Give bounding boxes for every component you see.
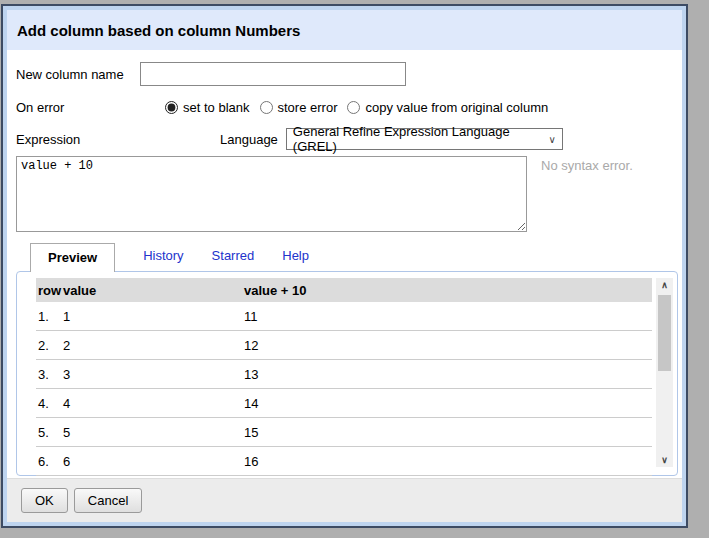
tab-history[interactable]: History — [143, 242, 183, 271]
scroll-down-icon[interactable]: ∨ — [656, 453, 673, 467]
scroll-up-icon[interactable]: ∧ — [656, 278, 673, 292]
table-cell: 6 — [61, 454, 242, 469]
table-cell: 13 — [242, 367, 652, 382]
table-cell: 1. — [36, 309, 61, 324]
language-select-value: General Refine Expression Language (GREL… — [293, 124, 541, 154]
table-cell: 2 — [61, 338, 242, 353]
on-error-radio[interactable] — [165, 101, 178, 114]
on-error-option-label: store error — [278, 100, 338, 115]
dialog-footer: OK Cancel — [7, 478, 682, 522]
table-cell: 4 — [61, 396, 242, 411]
dialog-body: New column name On error set to blanksto… — [7, 50, 682, 478]
table-row: 5.515 — [36, 418, 652, 447]
dialog-inner: Add column based on column Numbers New c… — [7, 10, 682, 522]
cancel-button[interactable]: Cancel — [74, 488, 142, 513]
table-cell: 14 — [242, 396, 652, 411]
table-cell: 6. — [36, 454, 61, 469]
on-error-label: On error — [16, 100, 165, 115]
column-header: row — [36, 283, 61, 298]
preview-table-header: rowvaluevalue + 10 — [36, 278, 652, 302]
new-column-name-row: New column name — [16, 62, 678, 86]
on-error-radio[interactable] — [260, 101, 273, 114]
table-cell: 15 — [242, 425, 652, 440]
new-column-name-input[interactable] — [140, 62, 406, 86]
add-column-dialog: Add column based on column Numbers New c… — [1, 4, 688, 528]
on-error-options: set to blankstore errorcopy value from o… — [165, 100, 558, 115]
table-cell: 4. — [36, 396, 61, 411]
expression-label: Expression — [16, 132, 220, 147]
table-cell: 16 — [242, 454, 652, 469]
on-error-option-store-error[interactable]: store error — [260, 100, 338, 115]
dialog-title: Add column based on column Numbers — [7, 10, 682, 50]
table-cell: 5. — [36, 425, 61, 440]
table-row: 4.414 — [36, 389, 652, 418]
chevron-down-icon: ∨ — [549, 134, 556, 145]
table-row: 1.111 — [36, 302, 652, 331]
table-cell: 12 — [242, 338, 652, 353]
language-label: Language — [220, 132, 278, 147]
on-error-row: On error set to blankstore errorcopy val… — [16, 100, 678, 115]
new-column-name-label: New column name — [16, 67, 140, 82]
scrollbar-track[interactable] — [657, 292, 672, 453]
table-cell: 1 — [61, 309, 242, 324]
table-cell: 3. — [36, 367, 61, 382]
scrollbar-thumb[interactable] — [658, 295, 671, 371]
tab-help[interactable]: Help — [282, 242, 309, 271]
vertical-scrollbar[interactable]: ∧ ∨ — [656, 278, 673, 467]
on-error-option-copy-value-from-original-column[interactable]: copy value from original column — [347, 100, 548, 115]
language-select[interactable]: General Refine Expression Language (GREL… — [286, 128, 563, 150]
table-row: 2.212 — [36, 331, 652, 360]
on-error-option-label: set to blank — [183, 100, 250, 115]
table-cell: 2. — [36, 338, 61, 353]
table-cell: 11 — [242, 309, 652, 324]
table-cell: 5 — [61, 425, 242, 440]
expression-textarea[interactable] — [16, 156, 527, 232]
preview-panel: rowvaluevalue + 10 1.1112.2123.3134.4145… — [16, 271, 678, 476]
table-row: 6.616 — [36, 447, 652, 476]
expression-row: Expression Language General Refine Expre… — [16, 128, 678, 150]
preview-table-body: 1.1112.2123.3134.4145.5156.616 — [36, 302, 652, 476]
tab-preview[interactable]: Preview — [30, 243, 115, 272]
ok-button[interactable]: OK — [21, 488, 68, 513]
on-error-option-label: copy value from original column — [365, 100, 548, 115]
on-error-option-set-to-blank[interactable]: set to blank — [165, 100, 250, 115]
tab-starred[interactable]: Starred — [212, 242, 255, 271]
table-cell: 3 — [61, 367, 242, 382]
on-error-radio[interactable] — [347, 101, 360, 114]
column-header: value — [61, 283, 242, 298]
column-header: value + 10 — [242, 283, 652, 298]
syntax-status: No syntax error. — [541, 158, 633, 173]
table-row: 3.313 — [36, 360, 652, 389]
preview-table: rowvaluevalue + 10 1.1112.2123.3134.4145… — [36, 278, 652, 467]
expression-editor-row: No syntax error. — [16, 156, 678, 232]
tab-bar: PreviewHistoryStarredHelp — [30, 244, 678, 271]
